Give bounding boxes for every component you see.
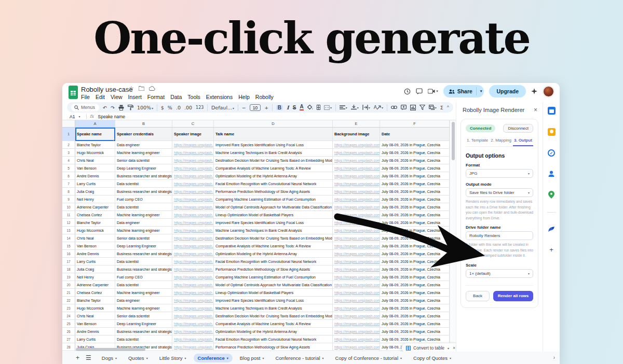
- cell-A10[interactable]: Adrienne Carpenter: [75, 203, 115, 211]
- doc-title[interactable]: Robolly use-case: [81, 86, 133, 93]
- menu-help[interactable]: Help: [238, 94, 250, 100]
- maps-icon[interactable]: [548, 191, 554, 199]
- share-dropdown-icon[interactable]: ▾: [480, 89, 482, 93]
- star-icon[interactable]: ☆: [129, 85, 134, 92]
- cell-D12[interactable]: Improved Rare Species Identification Usi…: [214, 219, 333, 227]
- text-rotation-icon[interactable]: A▾: [374, 105, 383, 110]
- cell-E18[interactable]: https://images.unsplash.com/p: [333, 265, 380, 273]
- cell-A7[interactable]: Larry Curtis: [75, 180, 115, 188]
- cell-B26[interactable]: Business researcher and strategist: [115, 328, 172, 335]
- share-button[interactable]: Share ▾: [443, 85, 484, 97]
- cell-E27[interactable]: https://images.unsplash.com/p: [333, 335, 380, 343]
- collapse-toolbar-icon[interactable]: ^: [447, 105, 449, 110]
- cell-E3[interactable]: https://images.unsplash.com/p: [333, 149, 380, 157]
- add-sheet-button[interactable]: +: [76, 354, 79, 361]
- row-header-23[interactable]: 23: [62, 304, 75, 312]
- convert-close-icon[interactable]: ×: [453, 345, 455, 351]
- convert-dropdown-icon[interactable]: ▾: [448, 346, 449, 350]
- cell-B16[interactable]: Business researcher and strategist: [115, 250, 172, 258]
- functions-icon[interactable]: Σ: [440, 105, 443, 110]
- cell-B13[interactable]: Machine learning engineer: [115, 227, 172, 234]
- insert-comment-icon[interactable]: [401, 105, 407, 110]
- horizontal-scrollbar[interactable]: [76, 348, 145, 351]
- cell-E6[interactable]: https://images.unsplash.com/p: [333, 172, 380, 180]
- cell-E4[interactable]: https://images.unsplash.com/p: [333, 157, 380, 164]
- cell-C24[interactable]: https://images.unsplash.: [172, 312, 214, 320]
- cell-F25[interactable]: July 08-09, 2026 in Prague, Czechia: [380, 320, 450, 328]
- row-header-24[interactable]: 24: [62, 312, 75, 320]
- cell-E12[interactable]: https://images.unsplash.com/p: [333, 219, 380, 227]
- cloud-status-icon[interactable]: [149, 86, 155, 91]
- menu-edit[interactable]: Edit: [96, 94, 105, 100]
- cell-D8[interactable]: Performance Prediction Methodology of Sl…: [214, 188, 333, 195]
- row-header-2[interactable]: 2: [62, 141, 75, 149]
- cell-F2[interactable]: July 08-09, 2026 in Prague, Czechia: [380, 141, 450, 149]
- cell-C11[interactable]: https://images.unsplash.: [172, 211, 214, 219]
- cell-A14[interactable]: Chris Neal: [75, 234, 115, 242]
- cell-F24[interactable]: July 08-09, 2026 in Prague, Czechia: [380, 312, 450, 320]
- cell-C26[interactable]: https://images.unsplash.: [172, 328, 214, 335]
- cell-A23[interactable]: Hugo Mccormick: [75, 304, 115, 312]
- cell-A9[interactable]: Neil Henry: [75, 195, 115, 203]
- row-header-6[interactable]: 6: [62, 172, 75, 180]
- scale-select[interactable]: 1× (default)▾: [466, 269, 533, 278]
- cell-E11[interactable]: https://images.unsplash.com/p: [333, 211, 380, 219]
- panel-close-icon[interactable]: ×: [534, 106, 537, 114]
- header-cell-E1[interactable]: Background image: [333, 128, 380, 141]
- cell-F10[interactable]: July 08-09, 2026 in Prague, Czechia: [380, 203, 450, 211]
- cell-B5[interactable]: Deep Learning Engineer: [115, 164, 172, 172]
- cell-F9[interactable]: July 08-09, 2026 in Prague, Czechia: [380, 195, 450, 203]
- cell-A27[interactable]: Larry Curtis: [75, 335, 115, 343]
- menu-file[interactable]: File: [81, 94, 90, 100]
- back-button[interactable]: Back: [466, 291, 490, 301]
- header-cell-F1[interactable]: Date: [380, 128, 450, 141]
- cell-B19[interactable]: Fuel comp CEO: [115, 273, 172, 281]
- cell-F23[interactable]: July 08-09, 2026 in Prague, Czechia: [380, 304, 450, 312]
- cell-A13[interactable]: Hugo Mccormick: [75, 227, 115, 234]
- cell-B20[interactable]: Data scientist: [115, 281, 172, 289]
- cell-C18[interactable]: https://images.unsplash.: [172, 265, 214, 273]
- name-box[interactable]: A1▾: [62, 114, 83, 119]
- contacts-icon[interactable]: [548, 170, 555, 177]
- cell-F19[interactable]: July 08-09, 2026 in Prague, Czechia: [380, 273, 450, 281]
- cell-C5[interactable]: https://images.unsplash.: [172, 164, 214, 172]
- increase-decimal-button[interactable]: .00: [184, 105, 192, 110]
- format-select[interactable]: JPG▾: [466, 169, 533, 178]
- keep-icon[interactable]: [548, 128, 556, 136]
- italic-button[interactable]: I: [287, 105, 289, 110]
- cell-C16[interactable]: https://images.unsplash.: [172, 250, 214, 258]
- cell-B23[interactable]: Machine learning engineer: [115, 304, 172, 312]
- cell-C17[interactable]: https://images.unsplash.: [172, 258, 214, 265]
- cell-B22[interactable]: Data engineer: [115, 297, 172, 304]
- cell-E26[interactable]: https://images.unsplash.com/p: [333, 328, 380, 335]
- print-icon[interactable]: [118, 105, 124, 110]
- cell-F20[interactable]: July 08-09, 2026 in Prague, Czechia: [380, 281, 450, 289]
- cell-E17[interactable]: https://images.unsplash.com/p: [333, 258, 380, 265]
- cell-D3[interactable]: Machine Learning Techniques in Bank Cred…: [214, 149, 333, 157]
- cell-F26[interactable]: July 08-09, 2026 in Prague, Czechia: [380, 328, 450, 335]
- cell-B24[interactable]: Senior data scientist: [115, 312, 172, 320]
- cell-F16[interactable]: July 08-09, 2026 in Prague, Czechia: [380, 250, 450, 258]
- cell-C20[interactable]: https://images.unsplash.: [172, 281, 214, 289]
- sheet-tab-conference[interactable]: Conference▾: [194, 354, 233, 362]
- cell-E7[interactable]: https://images.unsplash.com/p: [333, 180, 380, 188]
- cell-A21[interactable]: Chelsea Cortez: [75, 289, 115, 297]
- cell-E14[interactable]: https://images.unsplash.com/p: [333, 234, 380, 242]
- borders-icon[interactable]: [317, 105, 320, 110]
- cell-D20[interactable]: Model of Optimal Centroids Approach for …: [214, 281, 333, 289]
- increase-font-button[interactable]: +: [264, 105, 268, 110]
- menu-extensions[interactable]: Extensions: [206, 94, 233, 100]
- cell-E5[interactable]: https://images.unsplash.com/p: [333, 164, 380, 172]
- cell-A19[interactable]: Neil Henry: [75, 273, 115, 281]
- merge-cells-icon[interactable]: ▾: [324, 105, 332, 110]
- cell-E21[interactable]: https://images.unsplash.com/p: [333, 289, 380, 297]
- cell-C14[interactable]: https://images.unsplash.: [172, 234, 214, 242]
- cell-E22[interactable]: https://images.unsplash.com/p: [333, 297, 380, 304]
- redo-icon[interactable]: ↷: [111, 105, 115, 110]
- cell-A25[interactable]: Van Benson: [75, 320, 115, 328]
- cell-F13[interactable]: July 08-09, 2026 in Prague, Czechia: [380, 227, 450, 234]
- step-tab-1[interactable]: 1. Template: [466, 138, 489, 146]
- cell-E16[interactable]: https://images.unsplash.com/p: [333, 250, 380, 258]
- row-header-3[interactable]: 3: [62, 149, 75, 157]
- row-header-22[interactable]: 22: [62, 297, 75, 304]
